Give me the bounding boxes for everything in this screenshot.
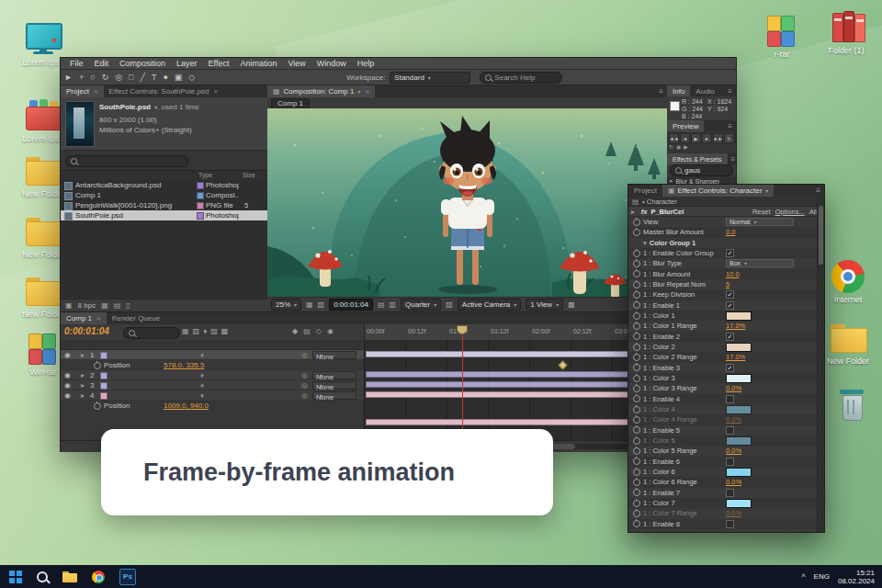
twirl-down-icon[interactable]	[643, 239, 650, 247]
effect-color-swatch[interactable]	[726, 405, 752, 414]
timeline-property-row[interactable]: Position1009.0, 940.0	[61, 401, 364, 411]
snapshot-icon[interactable]: ▤	[378, 300, 385, 309]
stopwatch-icon[interactable]	[633, 395, 640, 402]
effect-checkbox[interactable]: ✓	[726, 290, 734, 299]
tab-project[interactable]: Project	[61, 85, 104, 97]
search-help-input[interactable]: Search Help	[480, 72, 562, 84]
desktop-icon-trash[interactable]	[823, 388, 880, 423]
clone-stamp-tool[interactable]: ▣	[175, 73, 183, 82]
twirl-icon[interactable]: ▸	[81, 371, 85, 379]
view-layout-dropdown[interactable]: 1 View	[526, 299, 563, 311]
effect-property-row[interactable]: 1 : Enable 7	[628, 488, 818, 498]
effect-property-row[interactable]: 1 : Color 6 Range0.0%	[628, 477, 818, 487]
label-color-chip[interactable]	[197, 212, 204, 220]
layer-color-chip[interactable]	[100, 352, 107, 359]
stopwatch-icon[interactable]	[633, 406, 640, 413]
hand-tool[interactable]: +	[79, 73, 84, 82]
menu-window[interactable]: Window	[311, 59, 352, 68]
column-size[interactable]: Size	[243, 172, 255, 178]
stopwatch-icon[interactable]	[633, 364, 640, 371]
visibility-eye-icon[interactable]: ◉	[64, 381, 71, 390]
stopwatch-icon[interactable]	[633, 500, 640, 507]
play-button[interactable]: ▶	[691, 133, 701, 143]
stopwatch-icon[interactable]	[633, 219, 640, 226]
tab-effect-controls[interactable]: ▣Effect Controls: Character	[662, 185, 774, 197]
panel-menu-icon[interactable]: ≡	[812, 185, 824, 197]
layer-duration-bar[interactable]	[366, 351, 658, 357]
layer-switches[interactable]: ♦	[200, 351, 204, 359]
chrome-icon[interactable]	[92, 571, 105, 583]
stopwatch-icon[interactable]	[633, 520, 640, 527]
effect-property-row[interactable]: 1 : Enable 4	[628, 394, 818, 404]
stopwatch-icon[interactable]	[633, 426, 640, 434]
effect-checkbox[interactable]: ✓	[726, 249, 734, 257]
stopwatch-icon[interactable]	[633, 375, 640, 382]
effect-property-row[interactable]: 1 : Color 3	[628, 373, 818, 383]
effect-property-row[interactable]: 1 : Enable 2✓	[628, 332, 818, 342]
switches-icon[interactable]: ▤	[303, 327, 311, 335]
go-to-end-button[interactable]: ►►	[713, 133, 723, 143]
effect-property-row[interactable]: ViewNormal	[628, 217, 818, 227]
effect-property-row[interactable]: 1 : Color 5 Range0.0%	[628, 446, 818, 456]
type-tool[interactable]: T	[152, 73, 157, 82]
parent-dropdown[interactable]: None	[312, 381, 356, 390]
project-item[interactable]: SouthPole.psdPhotoshop	[61, 210, 267, 220]
layer-switches[interactable]: ♦	[200, 381, 204, 390]
orbit-tool[interactable]: ↻	[102, 73, 109, 82]
effect-property-row[interactable]: 1 : Color 4 Range0.0%	[628, 414, 818, 424]
effect-property-row[interactable]: 1 : Color 1	[628, 311, 818, 321]
transfer-icon[interactable]: ◇	[316, 327, 322, 335]
stopwatch-icon[interactable]	[633, 322, 640, 330]
parent-dropdown[interactable]: None	[312, 391, 356, 400]
file-explorer-icon[interactable]	[62, 571, 77, 582]
stopwatch-icon[interactable]	[633, 281, 640, 288]
effect-checkbox[interactable]	[726, 395, 734, 403]
twirl-icon[interactable]: ▸	[81, 391, 85, 400]
effect-checkbox[interactable]	[726, 458, 734, 466]
timeline-property-row[interactable]: Position578.0, 335.5	[61, 360, 364, 370]
stopwatch-icon[interactable]	[633, 270, 640, 277]
effect-property-row[interactable]: 1 : Color 4	[628, 404, 818, 414]
parent-pickwhip-icon[interactable]: ◎	[301, 351, 308, 359]
camera-dropdown[interactable]: Active Camera	[458, 299, 521, 311]
column-type[interactable]: Type	[198, 172, 212, 178]
stopwatch-icon[interactable]	[633, 291, 640, 299]
stopwatch-icon[interactable]	[633, 416, 640, 424]
effect-value[interactable]: 0.0%	[726, 509, 741, 517]
effect-color-swatch[interactable]	[726, 436, 752, 446]
parent-column-icon[interactable]: ◆	[292, 327, 298, 335]
project-item[interactable]: PenguinWalk[0001-0120].pngPNG file5	[61, 200, 267, 210]
tab-comp-1[interactable]: Comp 1	[61, 312, 107, 324]
keys-icon[interactable]: ◉	[327, 327, 334, 335]
mask-visibility-icon[interactable]: ▧	[318, 300, 325, 309]
scrollbar-thumb[interactable]	[819, 206, 823, 265]
effect-property-row[interactable]: 1 : Color 7	[628, 498, 818, 508]
effect-property-row[interactable]: 1 : Enable 5	[628, 425, 818, 435]
taskbar-clock[interactable]: 15:21 08.02.2024	[838, 569, 875, 585]
loop-button[interactable]: ↻	[724, 133, 734, 143]
stopwatch-icon[interactable]	[633, 489, 640, 496]
effect-dropdown[interactable]: Box	[726, 259, 794, 267]
pixel-aspect-icon[interactable]: ▩	[568, 300, 575, 309]
desktop-icon-r-rar[interactable]: r-rar	[753, 15, 810, 59]
menu-animation[interactable]: Animation	[234, 59, 282, 68]
bit-depth[interactable]: 8 bpc	[78, 301, 96, 310]
workspace-dropdown[interactable]: Standard	[390, 72, 470, 84]
effect-color-swatch[interactable]	[726, 468, 752, 477]
stopwatch-icon[interactable]	[633, 447, 640, 455]
menu-layer[interactable]: Layer	[171, 59, 203, 68]
effect-checkbox[interactable]: ✓	[726, 364, 734, 372]
selection-tool[interactable]: ►	[64, 73, 73, 82]
panel-menu-icon[interactable]: ≡	[724, 120, 736, 131]
stopwatch-icon[interactable]	[633, 469, 640, 476]
magnification-dropdown[interactable]: 25%	[271, 299, 301, 311]
stopwatch-icon[interactable]	[633, 458, 640, 465]
resolution-dropdown[interactable]: Quarter	[401, 299, 441, 311]
scrollbar[interactable]	[817, 197, 824, 532]
audio-icon[interactable]: ◉	[676, 143, 681, 150]
tab-effect-controls-southpole[interactable]: Effect Controls: SouthPole.psd	[104, 85, 223, 97]
property-value[interactable]: 578.0, 335.5	[164, 361, 204, 369]
parent-dropdown[interactable]: None	[312, 351, 356, 359]
puppet-tool[interactable]: ◇	[188, 73, 195, 82]
go-to-start-button[interactable]: ◄◄	[669, 133, 679, 143]
